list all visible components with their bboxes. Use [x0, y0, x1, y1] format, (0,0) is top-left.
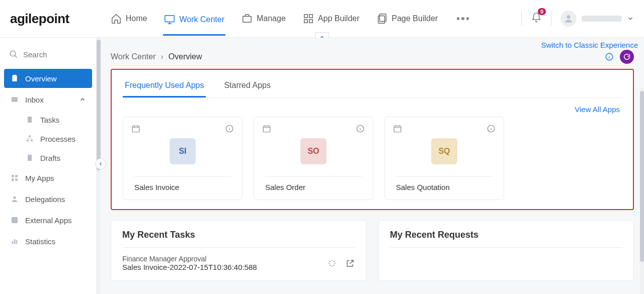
nav-more[interactable]	[457, 17, 469, 20]
svg-rect-0	[165, 15, 174, 22]
panel-title: My Recent Tasks	[122, 230, 355, 247]
sidebar-tasks[interactable]: Tasks	[20, 111, 92, 128]
user-menu[interactable]	[560, 11, 634, 27]
notification-badge: 0	[538, 8, 546, 15]
sidebar-external-apps-label: External Apps	[25, 216, 72, 225]
svg-rect-4	[304, 20, 307, 23]
app-badge: SO	[300, 138, 327, 164]
svg-rect-11	[13, 75, 16, 76]
calendar-icon	[393, 124, 402, 133]
app-title: Sales Order	[262, 183, 365, 191]
info-icon[interactable]	[225, 124, 234, 133]
sidebar-statistics[interactable]: Statistics	[4, 232, 92, 251]
stats-icon	[10, 237, 19, 246]
nav-home-label: Home	[126, 14, 147, 23]
info-icon[interactable]	[487, 124, 496, 133]
sidebar-drafts[interactable]: Drafts	[20, 149, 92, 166]
app-title: Sales Quotation	[393, 183, 496, 191]
svg-rect-28	[132, 126, 139, 132]
nav-page-builder[interactable]: Page Builder	[376, 10, 439, 27]
app-cards: SI Sales Invoice SO Sales Order	[123, 117, 622, 200]
sidebar-delegations[interactable]: Delegations	[4, 189, 92, 209]
tab-starred[interactable]: Starred Apps	[222, 75, 273, 97]
user-name-placeholder	[582, 16, 622, 22]
info-icon[interactable]	[605, 52, 614, 61]
sidebar-inbox[interactable]: Inbox	[4, 90, 92, 109]
svg-rect-13	[28, 117, 32, 123]
avatar	[560, 11, 577, 27]
svg-rect-21	[15, 178, 18, 181]
separator	[521, 11, 522, 26]
svg-rect-3	[309, 15, 312, 18]
separator	[551, 11, 551, 26]
main-scrollbar[interactable]	[640, 88, 644, 294]
main-scrollbar-thumb[interactable]	[640, 91, 644, 262]
sidebar-processes-label: Processes	[40, 135, 75, 143]
sidebar-external-apps[interactable]: External Apps	[4, 211, 92, 230]
main-area: Switch to Classic Experience Work Center…	[101, 38, 644, 294]
svg-rect-17	[28, 155, 32, 161]
divider	[390, 247, 622, 248]
svg-rect-25	[14, 239, 16, 244]
nav-work-center[interactable]: Work Center	[163, 11, 225, 36]
notifications-button[interactable]: 0	[531, 12, 542, 25]
nav-manage[interactable]: Manage	[240, 10, 287, 27]
search-input[interactable]	[23, 50, 84, 59]
chevron-left-icon	[98, 161, 103, 166]
inbox-icon	[10, 95, 19, 104]
sidebar-scrollbar-thumb[interactable]	[97, 40, 101, 170]
svg-rect-6	[379, 14, 386, 22]
divider	[134, 176, 231, 177]
app-card-sales-invoice[interactable]: SI Sales Invoice	[123, 117, 243, 200]
top-right: 0	[521, 11, 634, 27]
sidebar-search[interactable]	[4, 47, 92, 69]
svg-rect-26	[16, 240, 18, 244]
sidebar-overview-label: Overview	[25, 74, 57, 83]
view-all-apps-link[interactable]: View All Apps	[123, 98, 622, 117]
info-icon[interactable]	[356, 124, 365, 133]
document-icon	[25, 115, 34, 124]
svg-rect-10	[12, 75, 17, 81]
app-badge: SI	[170, 138, 196, 164]
sidebar-my-apps-label: My Apps	[25, 174, 54, 182]
layers-icon	[377, 13, 388, 24]
person-icon	[10, 194, 19, 204]
chevron-down-icon	[627, 15, 634, 22]
svg-rect-12	[12, 97, 18, 102]
briefcase-icon	[242, 13, 253, 24]
breadcrumb-root[interactable]: Work Center	[111, 52, 156, 61]
monitor-icon	[164, 14, 175, 25]
sidebar-statistics-label: Statistics	[25, 237, 55, 246]
svg-rect-16	[31, 140, 33, 141]
sidebar-processes[interactable]: Processes	[20, 130, 92, 147]
sidebar: Overview Inbox Tasks Processes Drafts My…	[0, 38, 97, 294]
sidebar-my-apps[interactable]: My Apps	[4, 168, 92, 187]
app-card-sales-order[interactable]: SO Sales Order	[254, 117, 373, 200]
divider	[122, 247, 355, 248]
switch-classic-link[interactable]: Switch to Classic Experience	[541, 41, 638, 49]
app-card-sales-quotation[interactable]: SQ Sales Quotation	[384, 117, 504, 200]
app-title: Sales Invoice	[131, 183, 234, 191]
sidebar-collapse-toggle[interactable]	[95, 158, 106, 169]
tab-frequently-used[interactable]: Frequently Used Apps	[123, 75, 206, 97]
svg-rect-5	[309, 20, 312, 23]
grid-icon	[303, 13, 314, 24]
sidebar-overview[interactable]: Overview	[4, 69, 92, 88]
nav-app-builder[interactable]: App Builder	[302, 10, 361, 27]
spark-icon[interactable]	[328, 259, 337, 268]
my-recent-tasks-panel: My Recent Tasks Finance Manager Approval…	[111, 220, 366, 281]
nav-home[interactable]: Home	[110, 10, 148, 27]
sitemap-icon	[25, 134, 34, 143]
lower-row: My Recent Tasks Finance Manager Approval…	[111, 220, 634, 281]
svg-rect-20	[12, 178, 14, 181]
svg-point-9	[10, 51, 16, 56]
divider	[265, 176, 362, 177]
my-recent-requests-panel: My Recent Requests	[378, 220, 634, 281]
calendar-icon	[262, 124, 271, 133]
chevron-up-icon	[79, 96, 86, 103]
task-row[interactable]: Finance Manager Approval Sales Invoice-2…	[122, 255, 355, 271]
refresh-button[interactable]	[620, 50, 634, 64]
open-external-icon[interactable]	[346, 259, 355, 268]
sidebar-inbox-children: Tasks Processes Drafts	[4, 111, 92, 166]
subtab-row: Frequently Used Apps Starred Apps	[123, 75, 622, 98]
